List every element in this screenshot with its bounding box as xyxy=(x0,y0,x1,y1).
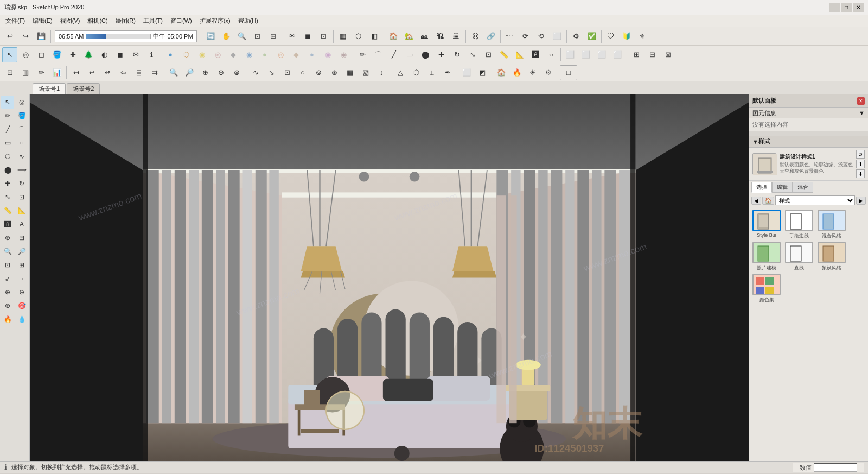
tb-perspective[interactable]: ⬡ xyxy=(351,29,366,44)
tb3-1[interactable]: ⊡ xyxy=(2,65,17,80)
tb3-25[interactable]: △ xyxy=(393,65,408,80)
tb2-scale[interactable]: ⤡ xyxy=(465,47,480,62)
tb2-select[interactable]: ↖ xyxy=(2,47,17,62)
tb-house3[interactable]: 🏘 xyxy=(417,29,432,44)
tb2-push[interactable]: ⬤ xyxy=(418,47,433,62)
tb-rotate-view[interactable]: 🔄 xyxy=(203,29,218,44)
tb2-move[interactable]: ✚ xyxy=(433,47,449,62)
menu-view[interactable]: 视图(V) xyxy=(57,16,84,26)
lt-protractor[interactable]: 📐 xyxy=(15,204,28,217)
tb-curved1[interactable]: 〰 xyxy=(502,29,518,44)
scene-tab-1[interactable]: 场景号1 xyxy=(33,83,66,94)
lt-push[interactable]: ⬤ xyxy=(1,163,14,176)
tb3-13[interactable]: ⊕ xyxy=(197,65,213,80)
lt-extra6[interactable]: 💧 xyxy=(15,313,28,326)
tb3-21[interactable]: ⊛ xyxy=(327,65,342,80)
tb2-extra2[interactable]: ⬜ xyxy=(578,47,593,62)
tb2-mat2[interactable]: ⬡ xyxy=(178,47,194,62)
tb2-offset[interactable]: ⊡ xyxy=(481,47,496,62)
tb2-mat5[interactable]: ◆ xyxy=(226,47,241,62)
tb3-24[interactable]: ↕ xyxy=(374,65,389,80)
tb-zoom-extents[interactable]: ⊞ xyxy=(266,29,281,44)
lt-extra1[interactable]: ⊕ xyxy=(1,286,14,299)
tb3-19[interactable]: ○ xyxy=(295,65,310,80)
tb3-22[interactable]: ▦ xyxy=(342,65,358,80)
tb2-mat10[interactable]: ● xyxy=(304,47,320,62)
viewport[interactable]: ✦ ✦ ✦ xyxy=(30,94,749,461)
menu-extensions[interactable]: 扩展程序(x) xyxy=(196,16,234,26)
tb2-draw1[interactable]: ✏ xyxy=(355,47,370,62)
tb2-grid3[interactable]: ⊠ xyxy=(660,47,675,62)
lt-section[interactable]: ⊟ xyxy=(15,231,28,244)
tb-xray[interactable]: ⊡ xyxy=(316,29,331,44)
tb2-rotate[interactable]: ↻ xyxy=(449,47,464,62)
style-home-btn[interactable]: 🏠 xyxy=(762,197,774,205)
tb3-4[interactable]: 📊 xyxy=(49,65,65,80)
scene-tab-2[interactable]: 场景号2 xyxy=(67,83,100,94)
lt-axes[interactable]: ⊕ xyxy=(1,231,14,244)
tb3-34[interactable]: ⚙ xyxy=(541,65,556,80)
tb2-tex2[interactable]: ✉ xyxy=(128,47,143,62)
tb-house[interactable]: 🏠 xyxy=(386,29,401,44)
style-back-btn[interactable]: ◀ xyxy=(751,197,761,205)
lt-paint[interactable]: 🪣 xyxy=(15,109,28,122)
tb-face-style[interactable]: ◼ xyxy=(301,29,316,44)
lt-arc[interactable]: ⌒ xyxy=(15,123,28,136)
lt-scale[interactable]: ⤡ xyxy=(1,191,14,204)
style-tab-mix[interactable]: 混合 xyxy=(793,182,813,193)
menu-camera[interactable]: 相机(C) xyxy=(84,16,111,26)
lt-target[interactable]: 🎯 xyxy=(15,299,28,312)
tb2-mat7[interactable]: ● xyxy=(257,47,272,62)
tb2-mat9[interactable]: ◆ xyxy=(289,47,304,62)
tb3-5[interactable]: ↤ xyxy=(68,65,84,80)
tb-standard-views[interactable]: 👁 xyxy=(285,29,300,44)
lt-circle[interactable]: ○ xyxy=(15,136,28,149)
menu-tools[interactable]: 工具(T) xyxy=(140,16,166,26)
style-refresh-btn[interactable]: ↺ xyxy=(856,150,865,159)
tb-zoom[interactable]: 🔍 xyxy=(234,29,250,44)
style-preview-item-3[interactable]: 照片建模 xyxy=(751,242,782,271)
tb3-29[interactable]: ⬜ xyxy=(459,65,474,80)
tb-zoom-window[interactable]: ⊡ xyxy=(250,29,265,44)
tb3-27[interactable]: ⟂ xyxy=(424,65,439,80)
lt-move[interactable]: ✚ xyxy=(1,177,14,190)
lt-select[interactable]: ↖ xyxy=(1,96,14,109)
tb2-arc[interactable]: ⌒ xyxy=(371,47,386,62)
tb-save[interactable]: 💾 xyxy=(34,29,49,44)
tb3-7[interactable]: ↫ xyxy=(100,65,115,80)
lt-pan[interactable]: → xyxy=(15,272,28,285)
tb2-extra4[interactable]: ⬜ xyxy=(610,47,625,62)
tb2-new[interactable]: ✚ xyxy=(65,47,80,62)
lt-offset[interactable]: ⊡ xyxy=(15,191,28,204)
tb3-6[interactable]: ↩ xyxy=(84,65,99,80)
tb2-tree[interactable]: 🌲 xyxy=(81,47,96,62)
tb3-32[interactable]: 🔥 xyxy=(509,65,525,80)
time-slider[interactable] xyxy=(86,34,151,39)
tb2-extra1[interactable]: ⬜ xyxy=(563,47,578,62)
tb-pan[interactable]: ✋ xyxy=(219,29,234,44)
maximize-button[interactable]: □ xyxy=(841,3,852,12)
menu-file[interactable]: 文件(F) xyxy=(2,16,28,26)
tb3-18[interactable]: ⊡ xyxy=(279,65,295,80)
panel-close-button[interactable]: ✕ xyxy=(857,97,865,105)
lt-zoomin[interactable]: 🔍 xyxy=(1,245,14,258)
lt-line[interactable]: ╱ xyxy=(1,123,14,136)
tb2-paint[interactable]: 🪣 xyxy=(49,47,65,62)
tb2-component[interactable]: ◎ xyxy=(18,47,33,62)
tb-gear1[interactable]: ⚙ xyxy=(569,29,584,44)
tb3-15[interactable]: ⊗ xyxy=(229,65,244,80)
style-preview-item-6[interactable]: 颜色集 xyxy=(751,274,782,304)
tb3-12[interactable]: 🔎 xyxy=(182,65,197,80)
style-tab-edit[interactable]: 编辑 xyxy=(772,182,793,193)
tb3-23[interactable]: ▧ xyxy=(358,65,373,80)
lt-rect[interactable]: ▭ xyxy=(1,136,14,149)
tb3-9[interactable]: ⌸ xyxy=(131,65,146,80)
lt-text[interactable]: 🅰 xyxy=(1,218,14,231)
tb2-info[interactable]: ℹ xyxy=(144,47,159,62)
style-preview-item-2[interactable]: 混合风格 xyxy=(816,210,847,239)
tb3-square[interactable]: □ xyxy=(560,65,577,80)
tb3-17[interactable]: ↘ xyxy=(264,65,279,80)
lt-tape[interactable]: 📏 xyxy=(1,204,14,217)
lt-select2[interactable]: ◎ xyxy=(15,96,28,109)
tb2-line[interactable]: ╱ xyxy=(386,47,401,62)
